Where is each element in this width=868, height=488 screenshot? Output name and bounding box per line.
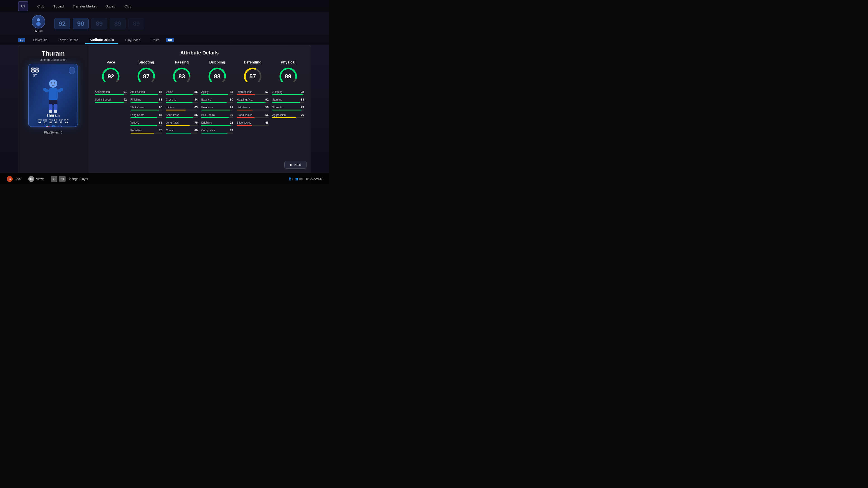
cards-row: Thuram 92 90 89 89 89 <box>0 12 329 35</box>
attr-row-composure: Composure83 <box>201 129 233 133</box>
top-nav: U7 Club Squad Transfer Market Squad Club <box>0 0 329 12</box>
attr-bar-strength <box>272 109 304 110</box>
attr-category-pace: Pace92Acceleration91Sprint Speed92 <box>95 60 127 176</box>
lt-button: LT <box>51 176 57 182</box>
tabs-bar: LB Player Bio Player Details Attribute D… <box>0 35 329 45</box>
svg-point-11 <box>51 82 53 84</box>
nav-logo: U7 <box>18 1 28 11</box>
attr-category-shooting: Shooting87Att. Position86Finishing88Shot… <box>130 60 162 176</box>
player-subtitle: Ultimate Succession <box>40 58 66 61</box>
gauge-pace: 92 <box>101 66 121 87</box>
gauge-shooting: 87 <box>136 66 156 87</box>
bottom-right: 👤1 👥10+ THEGAMER <box>288 177 322 181</box>
attr-value-penalties: 75 <box>159 129 162 132</box>
attr-row-stamina: Stamina88 <box>272 98 304 103</box>
svg-rect-3 <box>49 88 58 101</box>
attr-value-short-pass: 86 <box>194 113 197 117</box>
svg-rect-10 <box>54 110 57 113</box>
rt-button: RT <box>59 176 66 182</box>
attr-label-att--position: Att. Position <box>130 90 145 94</box>
views-button[interactable]: ◁R▷ Views <box>28 176 44 182</box>
svg-point-13 <box>58 126 62 127</box>
group-icon: 👥10+ <box>295 177 303 181</box>
attr-rows-dribbling: Agility85Balance80Reactions91Ball Contro… <box>201 90 233 133</box>
gauge-value-passing: 83 <box>179 73 185 80</box>
attr-label-dribbling: Dribbling <box>201 121 212 124</box>
attr-row-finishing: Finishing88 <box>130 98 162 103</box>
tab-player-bio[interactable]: Player Bio <box>29 36 52 43</box>
attr-bar-acceleration <box>95 94 127 95</box>
attr-bar-ball-control <box>201 117 233 118</box>
gauge-physical: 89 <box>278 66 298 87</box>
attr-value-interceptions: 57 <box>266 90 269 94</box>
next-button[interactable]: ▶ Next <box>284 161 307 168</box>
current-player-card[interactable]: Thuram <box>32 15 45 33</box>
attr-label-long-pass: Long Pass <box>166 121 179 124</box>
gauge-dribbling: 88 <box>207 66 227 87</box>
attr-label-vision: Vision <box>166 90 173 94</box>
tab-player-details[interactable]: Player Details <box>54 36 83 43</box>
tab-roles[interactable]: Roles <box>147 36 164 43</box>
attr-value-crossing: 84 <box>194 98 197 101</box>
svg-rect-9 <box>49 110 52 113</box>
attr-label-jumping: Jumping <box>272 90 282 94</box>
attr-row-sprint-speed: Sprint Speed92 <box>95 98 127 103</box>
attr-row-stand-tackle: Stand Tackle56 <box>237 113 269 118</box>
attr-value-heading-acc-: 91 <box>266 98 269 101</box>
attr-value-composure: 83 <box>230 129 233 132</box>
attr-bar-def--aware <box>237 109 269 110</box>
attr-value-slide-tackle: 48 <box>266 121 269 124</box>
attr-label-volleys: Volleys <box>130 121 139 124</box>
attr-value-vision: 86 <box>194 90 197 94</box>
next-label: Next <box>294 163 301 166</box>
attr-row-dribbling: Dribbling92 <box>201 121 233 126</box>
attr-value-agility: 85 <box>230 90 233 94</box>
nav-squad2[interactable]: Squad <box>105 4 115 8</box>
nav-squad[interactable]: Squad <box>53 4 64 8</box>
nav-club[interactable]: Club <box>37 4 44 8</box>
attr-value-att--position: 86 <box>159 90 162 94</box>
tab-attribute-details[interactable]: Attribute Details <box>85 36 119 44</box>
r-button: ◁R▷ <box>28 176 34 182</box>
attr-label-curve: Curve <box>166 129 173 132</box>
attr-row-long-pass: Long Pass75 <box>166 121 198 126</box>
attr-value-dribbling: 92 <box>230 121 233 124</box>
back-button[interactable]: B Back <box>7 176 22 182</box>
attr-category-dribbling: Dribbling88Agility85Balance80Reactions91… <box>201 60 233 176</box>
attr-bar-long-shots <box>130 117 162 118</box>
nav-club2[interactable]: Club <box>124 4 131 8</box>
card-overall: 88 <box>31 66 39 74</box>
attr-bar-dribbling <box>201 125 233 126</box>
attr-label-slide-tackle: Slide Tackle <box>237 121 251 124</box>
rating-card-3: 89 <box>91 18 107 29</box>
lb-indicator: LB <box>18 38 25 42</box>
attr-label-finishing: Finishing <box>130 98 141 101</box>
attr-label-stamina: Stamina <box>272 98 282 101</box>
attribute-categories: Pace92Acceleration91Sprint Speed92Shooti… <box>95 60 304 176</box>
change-player-button[interactable]: LT RT Change Player <box>51 176 88 182</box>
rating-card-2: 90 <box>73 18 89 29</box>
attr-row-slide-tackle: Slide Tackle48 <box>237 121 269 126</box>
attr-row-aggression: Aggression76 <box>272 113 304 118</box>
attr-bar-agility <box>201 94 233 95</box>
card-stat-pas: PAS 83 <box>49 119 53 124</box>
attr-bar-curve <box>166 133 198 133</box>
tab-playstyles[interactable]: PlayStyles <box>121 36 145 43</box>
attr-rows-shooting: Att. Position86Finishing88Shot Power90Lo… <box>130 90 162 133</box>
attr-bar-jumping <box>272 94 304 95</box>
attr-value-reactions: 91 <box>230 105 233 109</box>
player-name-nav: Thuram <box>33 29 43 33</box>
attr-label-sprint-speed: Sprint Speed <box>95 98 111 101</box>
attr-label-acceleration: Acceleration <box>95 90 110 94</box>
attr-bar-penalties <box>130 133 162 133</box>
gauge-passing: 83 <box>172 66 192 87</box>
attr-bar-crossing <box>166 102 198 103</box>
attr-rows-pace: Acceleration91Sprint Speed92 <box>95 90 127 103</box>
attr-row-def--aware: Def. Aware50 <box>237 105 269 110</box>
attr-value-aggression: 76 <box>301 113 304 117</box>
attr-label-crossing: Crossing <box>166 98 177 101</box>
attr-value-volleys: 83 <box>159 121 162 124</box>
attr-label-interceptions: Interceptions <box>237 90 252 94</box>
nav-transfer[interactable]: Transfer Market <box>73 4 96 8</box>
player-name-main: Thuram <box>41 50 65 57</box>
